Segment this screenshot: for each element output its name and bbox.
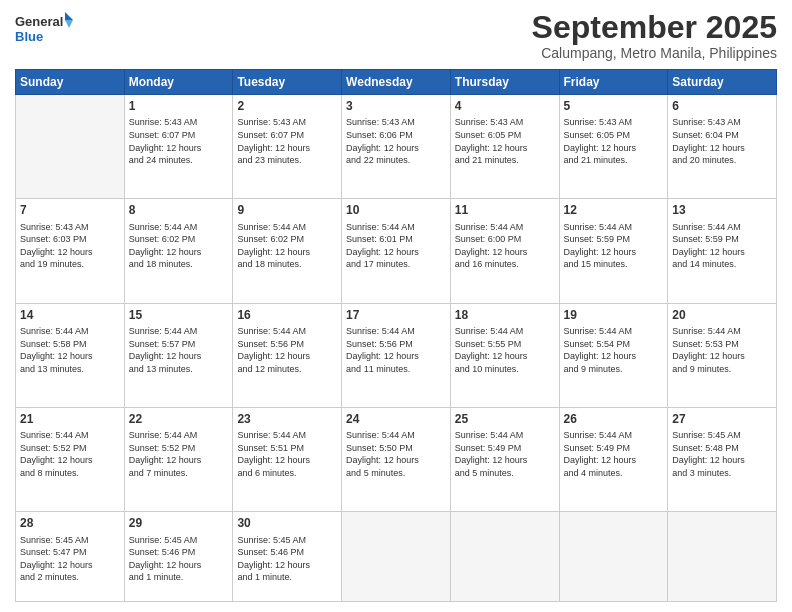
col-sunday: Sunday	[16, 70, 125, 95]
day-info: Sunrise: 5:43 AMSunset: 6:07 PMDaylight:…	[237, 116, 337, 166]
day-info: Sunrise: 5:44 AMSunset: 5:55 PMDaylight:…	[455, 325, 555, 375]
page: General Blue September 2025 Calumpang, M…	[0, 0, 792, 612]
logo: General Blue	[15, 10, 75, 48]
day-number: 14	[20, 307, 120, 323]
table-row: 8Sunrise: 5:44 AMSunset: 6:02 PMDaylight…	[124, 199, 233, 303]
day-number: 2	[237, 98, 337, 114]
day-number: 8	[129, 202, 229, 218]
day-info: Sunrise: 5:44 AMSunset: 5:59 PMDaylight:…	[564, 221, 664, 271]
day-info: Sunrise: 5:44 AMSunset: 5:53 PMDaylight:…	[672, 325, 772, 375]
col-friday: Friday	[559, 70, 668, 95]
table-row: 17Sunrise: 5:44 AMSunset: 5:56 PMDayligh…	[342, 303, 451, 407]
day-number: 28	[20, 515, 120, 531]
day-info: Sunrise: 5:43 AMSunset: 6:04 PMDaylight:…	[672, 116, 772, 166]
day-info: Sunrise: 5:44 AMSunset: 5:52 PMDaylight:…	[129, 429, 229, 479]
day-info: Sunrise: 5:44 AMSunset: 6:02 PMDaylight:…	[129, 221, 229, 271]
day-info: Sunrise: 5:44 AMSunset: 5:49 PMDaylight:…	[564, 429, 664, 479]
day-info: Sunrise: 5:44 AMSunset: 5:59 PMDaylight:…	[672, 221, 772, 271]
day-number: 23	[237, 411, 337, 427]
day-number: 21	[20, 411, 120, 427]
table-row: 12Sunrise: 5:44 AMSunset: 5:59 PMDayligh…	[559, 199, 668, 303]
day-number: 1	[129, 98, 229, 114]
table-row: 11Sunrise: 5:44 AMSunset: 6:00 PMDayligh…	[450, 199, 559, 303]
table-row	[668, 512, 777, 602]
day-number: 27	[672, 411, 772, 427]
location: Calumpang, Metro Manila, Philippines	[532, 45, 777, 61]
day-number: 18	[455, 307, 555, 323]
day-number: 16	[237, 307, 337, 323]
day-info: Sunrise: 5:44 AMSunset: 5:57 PMDaylight:…	[129, 325, 229, 375]
day-info: Sunrise: 5:43 AMSunset: 6:07 PMDaylight:…	[129, 116, 229, 166]
svg-text:General: General	[15, 14, 63, 29]
day-number: 4	[455, 98, 555, 114]
table-row: 21Sunrise: 5:44 AMSunset: 5:52 PMDayligh…	[16, 408, 125, 512]
day-info: Sunrise: 5:44 AMSunset: 5:50 PMDaylight:…	[346, 429, 446, 479]
col-thursday: Thursday	[450, 70, 559, 95]
day-number: 13	[672, 202, 772, 218]
table-row: 14Sunrise: 5:44 AMSunset: 5:58 PMDayligh…	[16, 303, 125, 407]
logo-svg: General Blue	[15, 10, 75, 48]
table-row: 25Sunrise: 5:44 AMSunset: 5:49 PMDayligh…	[450, 408, 559, 512]
table-row: 24Sunrise: 5:44 AMSunset: 5:50 PMDayligh…	[342, 408, 451, 512]
day-info: Sunrise: 5:44 AMSunset: 5:51 PMDaylight:…	[237, 429, 337, 479]
day-info: Sunrise: 5:43 AMSunset: 6:06 PMDaylight:…	[346, 116, 446, 166]
table-row: 15Sunrise: 5:44 AMSunset: 5:57 PMDayligh…	[124, 303, 233, 407]
table-row: 7Sunrise: 5:43 AMSunset: 6:03 PMDaylight…	[16, 199, 125, 303]
table-row	[342, 512, 451, 602]
table-row: 1Sunrise: 5:43 AMSunset: 6:07 PMDaylight…	[124, 95, 233, 199]
day-number: 19	[564, 307, 664, 323]
svg-marker-2	[65, 12, 73, 20]
day-number: 20	[672, 307, 772, 323]
day-info: Sunrise: 5:44 AMSunset: 6:02 PMDaylight:…	[237, 221, 337, 271]
table-row: 5Sunrise: 5:43 AMSunset: 6:05 PMDaylight…	[559, 95, 668, 199]
day-info: Sunrise: 5:44 AMSunset: 5:49 PMDaylight:…	[455, 429, 555, 479]
day-number: 15	[129, 307, 229, 323]
table-row	[450, 512, 559, 602]
col-tuesday: Tuesday	[233, 70, 342, 95]
day-number: 5	[564, 98, 664, 114]
table-row: 30Sunrise: 5:45 AMSunset: 5:46 PMDayligh…	[233, 512, 342, 602]
day-info: Sunrise: 5:43 AMSunset: 6:03 PMDaylight:…	[20, 221, 120, 271]
table-row: 18Sunrise: 5:44 AMSunset: 5:55 PMDayligh…	[450, 303, 559, 407]
day-number: 25	[455, 411, 555, 427]
day-info: Sunrise: 5:45 AMSunset: 5:46 PMDaylight:…	[237, 534, 337, 584]
table-row: 23Sunrise: 5:44 AMSunset: 5:51 PMDayligh…	[233, 408, 342, 512]
day-info: Sunrise: 5:44 AMSunset: 5:52 PMDaylight:…	[20, 429, 120, 479]
day-number: 6	[672, 98, 772, 114]
day-info: Sunrise: 5:44 AMSunset: 5:58 PMDaylight:…	[20, 325, 120, 375]
day-number: 9	[237, 202, 337, 218]
day-number: 11	[455, 202, 555, 218]
table-row	[16, 95, 125, 199]
table-row: 4Sunrise: 5:43 AMSunset: 6:05 PMDaylight…	[450, 95, 559, 199]
table-row: 6Sunrise: 5:43 AMSunset: 6:04 PMDaylight…	[668, 95, 777, 199]
day-info: Sunrise: 5:45 AMSunset: 5:48 PMDaylight:…	[672, 429, 772, 479]
day-info: Sunrise: 5:44 AMSunset: 6:01 PMDaylight:…	[346, 221, 446, 271]
day-number: 17	[346, 307, 446, 323]
svg-marker-3	[65, 20, 73, 28]
header: General Blue September 2025 Calumpang, M…	[15, 10, 777, 61]
col-saturday: Saturday	[668, 70, 777, 95]
svg-text:Blue: Blue	[15, 29, 43, 44]
table-row: 13Sunrise: 5:44 AMSunset: 5:59 PMDayligh…	[668, 199, 777, 303]
day-number: 12	[564, 202, 664, 218]
table-row: 20Sunrise: 5:44 AMSunset: 5:53 PMDayligh…	[668, 303, 777, 407]
day-info: Sunrise: 5:44 AMSunset: 6:00 PMDaylight:…	[455, 221, 555, 271]
table-row: 3Sunrise: 5:43 AMSunset: 6:06 PMDaylight…	[342, 95, 451, 199]
table-row: 19Sunrise: 5:44 AMSunset: 5:54 PMDayligh…	[559, 303, 668, 407]
day-info: Sunrise: 5:44 AMSunset: 5:56 PMDaylight:…	[346, 325, 446, 375]
table-row: 2Sunrise: 5:43 AMSunset: 6:07 PMDaylight…	[233, 95, 342, 199]
day-info: Sunrise: 5:43 AMSunset: 6:05 PMDaylight:…	[564, 116, 664, 166]
table-row: 22Sunrise: 5:44 AMSunset: 5:52 PMDayligh…	[124, 408, 233, 512]
calendar-table: Sunday Monday Tuesday Wednesday Thursday…	[15, 69, 777, 602]
day-number: 30	[237, 515, 337, 531]
day-number: 10	[346, 202, 446, 218]
table-row: 26Sunrise: 5:44 AMSunset: 5:49 PMDayligh…	[559, 408, 668, 512]
table-row: 28Sunrise: 5:45 AMSunset: 5:47 PMDayligh…	[16, 512, 125, 602]
day-info: Sunrise: 5:44 AMSunset: 5:56 PMDaylight:…	[237, 325, 337, 375]
col-wednesday: Wednesday	[342, 70, 451, 95]
table-row: 29Sunrise: 5:45 AMSunset: 5:46 PMDayligh…	[124, 512, 233, 602]
calendar-header-row: Sunday Monday Tuesday Wednesday Thursday…	[16, 70, 777, 95]
table-row	[559, 512, 668, 602]
day-info: Sunrise: 5:45 AMSunset: 5:47 PMDaylight:…	[20, 534, 120, 584]
table-row: 9Sunrise: 5:44 AMSunset: 6:02 PMDaylight…	[233, 199, 342, 303]
